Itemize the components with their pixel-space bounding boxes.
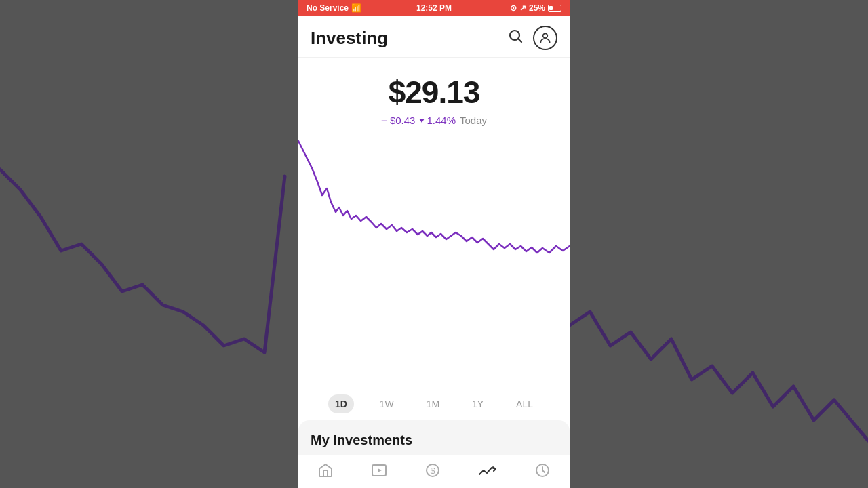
- header-icons: [507, 26, 557, 50]
- time-selector: 1D 1W 1M 1Y ALL: [298, 388, 570, 420]
- time-btn-1m[interactable]: 1M: [420, 394, 446, 413]
- page-title: Investing: [311, 28, 388, 49]
- battery-icon: [548, 5, 561, 12]
- nav-home[interactable]: [317, 462, 334, 479]
- change-period: Today: [460, 115, 487, 126]
- portfolio-change: − $0.43 1.44% Today: [298, 115, 570, 126]
- profile-icon[interactable]: [533, 26, 557, 50]
- header: Investing: [298, 16, 570, 58]
- svg-line-1: [519, 39, 522, 43]
- status-bar: No Service 📶 12:52 PM ⊙ ↗ 25%: [298, 0, 570, 16]
- investments-section: My Investments: [298, 420, 570, 455]
- time-btn-1d[interactable]: 1D: [328, 394, 354, 413]
- arrow-down-icon: [419, 119, 425, 123]
- change-amount: − $0.43: [381, 115, 415, 126]
- search-icon[interactable]: [507, 28, 524, 48]
- svg-text:$: $: [430, 466, 435, 476]
- no-service-text: No Service: [307, 3, 349, 13]
- bottom-nav: $: [298, 455, 570, 488]
- wifi-icon: 📶: [351, 3, 361, 13]
- change-percent-value: 1.44%: [427, 115, 456, 126]
- nav-video[interactable]: [371, 462, 387, 479]
- nav-history[interactable]: [534, 462, 551, 479]
- svg-marker-4: [378, 468, 382, 472]
- nav-cash[interactable]: $: [425, 462, 441, 479]
- investments-title: My Investments: [311, 432, 557, 448]
- location-icon: ⊙: [510, 3, 517, 13]
- status-left: No Service 📶: [307, 3, 361, 13]
- battery-percent: 25%: [529, 3, 545, 13]
- price-chart: [298, 134, 570, 283]
- time-btn-1w[interactable]: 1W: [373, 394, 401, 413]
- svg-point-2: [543, 33, 548, 38]
- nav-investing[interactable]: [478, 462, 497, 479]
- chart-section: [298, 134, 570, 388]
- portfolio-value: $29.13: [298, 74, 570, 110]
- portfolio-section: $29.13 − $0.43 1.44% Today: [298, 58, 570, 134]
- main-content: $29.13 − $0.43 1.44% Today 1D 1W 1M 1Y: [298, 58, 570, 455]
- signal-icon: ↗: [519, 3, 526, 13]
- status-right: ⊙ ↗ 25%: [510, 3, 561, 13]
- status-time: 12:52 PM: [416, 3, 452, 13]
- time-btn-1y[interactable]: 1Y: [465, 394, 490, 413]
- change-percent: 1.44%: [419, 115, 456, 126]
- time-btn-all[interactable]: ALL: [509, 394, 540, 413]
- phone-container: No Service 📶 12:52 PM ⊙ ↗ 25% Investing: [298, 0, 570, 488]
